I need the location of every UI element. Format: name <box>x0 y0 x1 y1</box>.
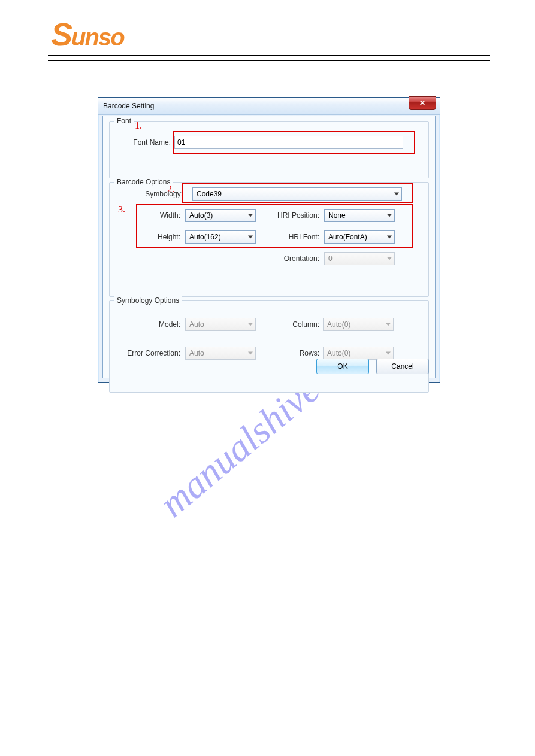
chevron-down-icon <box>386 352 391 355</box>
hri-font-label: HRI Font: <box>256 233 319 241</box>
barcode-setting-dialog: Barcode Setting ✕ Font 1. Font Name: Bar… <box>98 97 440 383</box>
hri-font-select[interactable]: Auto(FontA) <box>324 230 395 244</box>
chevron-down-icon <box>387 236 392 239</box>
chevron-down-icon <box>248 236 253 239</box>
close-button[interactable]: ✕ <box>409 96 436 110</box>
barcode-options-title: Barcode Options <box>114 178 173 186</box>
hri-position-label: HRI Position: <box>256 211 319 220</box>
chevron-down-icon <box>394 193 399 196</box>
orientation-select[interactable]: 0 <box>324 252 395 265</box>
width-value: Auto(3) <box>189 211 213 220</box>
brand-logo-s: S <box>51 25 71 44</box>
page-header-rule <box>48 55 490 61</box>
hri-font-value: Auto(FontA) <box>328 233 367 241</box>
hri-position-value: None <box>328 211 346 220</box>
error-correction-value: Auto <box>189 349 204 357</box>
close-icon: ✕ <box>419 99 425 107</box>
ok-button[interactable]: OK <box>316 359 369 374</box>
cancel-button[interactable]: Cancel <box>376 359 429 374</box>
font-name-input[interactable] <box>174 136 403 149</box>
width-label: Width: <box>116 211 180 220</box>
chevron-down-icon <box>387 214 392 217</box>
model-value: Auto <box>189 320 204 329</box>
chevron-down-icon <box>387 257 392 260</box>
model-label: Model: <box>116 320 180 329</box>
height-label: Height: <box>116 233 180 241</box>
annotation-1: 1. <box>135 120 142 131</box>
symbology-label: Symbology: <box>116 190 183 198</box>
rows-label: Rows: <box>256 349 319 357</box>
height-select[interactable]: Auto(162) <box>185 230 256 244</box>
font-group-title: Font <box>114 117 134 125</box>
column-value: Auto(0) <box>327 320 350 329</box>
symbology-select[interactable]: Code39 <box>192 187 402 201</box>
error-correction-select: Auto <box>185 347 256 360</box>
symbology-value: Code39 <box>197 190 222 198</box>
cancel-button-label: Cancel <box>391 362 413 371</box>
symbology-options-group: Symbology Options Model: Auto Column: Au… <box>109 300 429 393</box>
chevron-down-icon <box>248 323 253 326</box>
orientation-label: Orentation: <box>116 254 319 263</box>
orientation-value: 0 <box>328 254 333 263</box>
rows-select: Auto(0) <box>323 347 394 360</box>
ok-button-label: OK <box>337 362 347 371</box>
dialog-titlebar[interactable]: Barcode Setting ✕ <box>98 98 440 115</box>
dialog-body: Font 1. Font Name: Barcode Options 2. 3.… <box>102 116 436 378</box>
dialog-button-bar: OK Cancel <box>316 359 429 374</box>
font-name-label: Font Name: <box>116 138 171 147</box>
brand-logo: Sunso <box>51 24 124 51</box>
error-correction-label: Error Correction: <box>116 349 180 357</box>
font-group: Font 1. Font Name: <box>109 121 429 178</box>
rows-value: Auto(0) <box>327 349 350 357</box>
chevron-down-icon <box>386 323 391 326</box>
dialog-title: Barcode Setting <box>103 102 154 110</box>
chevron-down-icon <box>248 352 253 355</box>
model-select: Auto <box>185 318 256 331</box>
barcode-options-group: Barcode Options 2. 3. Symbology: Code39 … <box>109 182 429 297</box>
column-label: Column: <box>256 320 319 329</box>
symbology-options-title: Symbology Options <box>114 296 182 305</box>
hri-position-select[interactable]: None <box>324 209 395 222</box>
width-select[interactable]: Auto(3) <box>185 209 256 222</box>
column-select: Auto(0) <box>323 318 394 331</box>
brand-logo-rest: unso <box>71 24 124 51</box>
chevron-down-icon <box>248 214 253 217</box>
height-value: Auto(162) <box>189 233 221 241</box>
